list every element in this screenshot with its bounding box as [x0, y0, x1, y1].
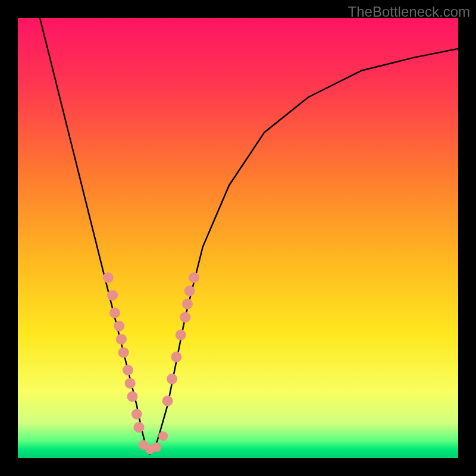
data-marker	[114, 321, 124, 331]
watermark-text: TheBottleneck.com	[348, 4, 470, 20]
data-marker	[123, 365, 133, 375]
data-marker	[109, 308, 120, 318]
data-markers	[103, 273, 199, 455]
chart-container	[18, 18, 458, 458]
bottleneck-curve-line	[40, 18, 458, 454]
data-marker	[180, 312, 190, 322]
data-marker	[171, 352, 181, 362]
data-marker	[103, 273, 114, 283]
data-marker	[176, 330, 186, 340]
data-marker	[184, 286, 195, 296]
data-marker	[158, 431, 168, 441]
data-marker	[116, 334, 127, 345]
data-marker	[131, 409, 142, 419]
data-marker	[167, 374, 177, 384]
data-marker	[182, 299, 193, 309]
data-marker	[189, 273, 199, 283]
data-marker	[127, 391, 137, 402]
data-marker	[134, 422, 145, 433]
curve-overlay	[18, 18, 458, 458]
data-marker	[107, 290, 118, 300]
data-marker	[118, 347, 129, 358]
data-marker	[162, 396, 173, 406]
data-marker	[152, 443, 161, 452]
data-marker	[125, 378, 136, 389]
